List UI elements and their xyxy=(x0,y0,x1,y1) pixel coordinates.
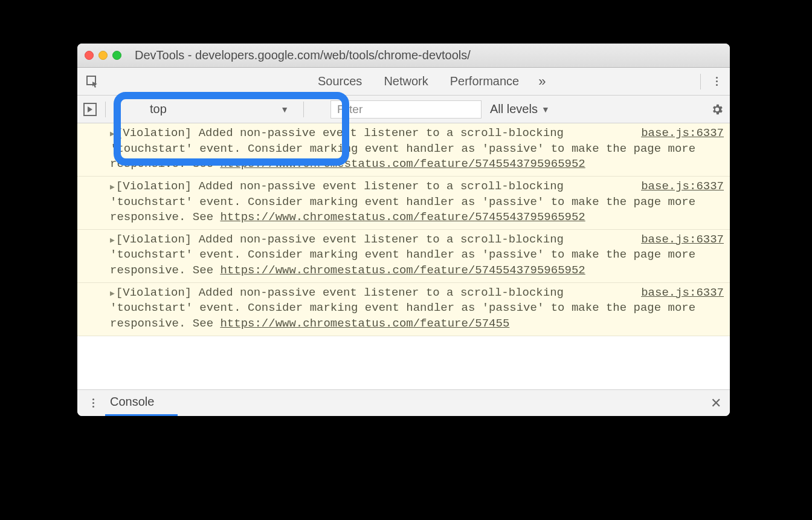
console-toolbar: top ▼ All levels ▼ xyxy=(77,96,730,123)
expand-arrow-icon[interactable]: ▶ xyxy=(110,183,115,192)
inspect-icon[interactable] xyxy=(83,73,102,91)
console-message: base.js:6337▶[Violation] Added non-passi… xyxy=(77,123,730,177)
live-expression-icon[interactable] xyxy=(83,103,97,116)
message-source-link[interactable]: base.js:6337 xyxy=(641,232,724,248)
log-levels-selector[interactable]: All levels ▼ xyxy=(490,102,550,116)
message-source-link[interactable]: base.js:6337 xyxy=(641,179,724,195)
tab-network[interactable]: Network xyxy=(379,74,433,88)
zoom-window-button[interactable] xyxy=(112,51,121,60)
message-body: ▶[Violation] Added non-passive event lis… xyxy=(102,179,724,226)
close-drawer-icon[interactable]: ✕ xyxy=(710,395,721,411)
message-body: ▶[Violation] Added non-passive event lis… xyxy=(102,232,724,279)
expand-arrow-icon[interactable]: ▶ xyxy=(110,236,115,245)
execution-context-label: top xyxy=(150,102,167,116)
tab-performance[interactable]: Performance xyxy=(445,74,524,88)
expand-arrow-icon[interactable]: ▶ xyxy=(110,289,115,298)
log-levels-label: All levels xyxy=(490,102,538,116)
chevron-down-icon: ▼ xyxy=(280,105,289,114)
titlebar: DevTools - developers.google.com/web/too… xyxy=(77,44,730,68)
console-message: base.js:6337▶[Violation] Added non-passi… xyxy=(77,177,730,230)
kebab-menu-icon[interactable] xyxy=(709,73,724,91)
tab-sources[interactable]: Sources xyxy=(313,74,367,88)
chevron-down-icon: ▼ xyxy=(541,105,550,114)
window-controls xyxy=(85,51,121,60)
execution-context-selector[interactable]: top ▼ xyxy=(144,100,295,119)
gear-icon[interactable] xyxy=(710,103,724,116)
console-message: base.js:6337▶[Violation] Added non-passi… xyxy=(77,283,730,336)
message-body: ▶[Violation] Added non-passive event lis… xyxy=(102,126,724,172)
drawer-tab-underline xyxy=(105,414,178,416)
expand-arrow-icon[interactable]: ▶ xyxy=(110,129,115,138)
divider xyxy=(700,74,701,89)
drawer-tab-console[interactable]: Console xyxy=(110,395,154,411)
devtools-tabbar: Sources Network Performance » xyxy=(77,68,730,96)
more-tabs-button[interactable]: » xyxy=(536,74,548,89)
divider xyxy=(303,102,304,117)
message-link[interactable]: https://www.chromestatus.com/feature/574… xyxy=(220,210,585,224)
divider xyxy=(105,102,106,117)
drawer-menu-icon[interactable] xyxy=(86,394,100,412)
drawer: Console ✕ xyxy=(77,389,730,416)
message-body: ▶[Violation] Added non-passive event lis… xyxy=(102,285,724,332)
window-title: DevTools - developers.google.com/web/too… xyxy=(135,48,471,62)
close-window-button[interactable] xyxy=(85,51,94,60)
message-link[interactable]: https://www.chromestatus.com/feature/574… xyxy=(220,317,509,330)
filter-input[interactable] xyxy=(330,100,482,119)
minimize-window-button[interactable] xyxy=(98,51,108,60)
message-source-link[interactable]: base.js:6337 xyxy=(641,126,724,141)
message-source-link[interactable]: base.js:6337 xyxy=(641,285,724,301)
message-link[interactable]: https://www.chromestatus.com/feature/574… xyxy=(220,264,585,277)
console-messages: base.js:6337▶[Violation] Added non-passi… xyxy=(77,123,730,389)
message-link[interactable]: https://www.chromestatus.com/feature/574… xyxy=(220,157,585,171)
devtools-window: DevTools - developers.google.com/web/too… xyxy=(77,44,730,416)
console-message: base.js:6337▶[Violation] Added non-passi… xyxy=(77,230,730,283)
